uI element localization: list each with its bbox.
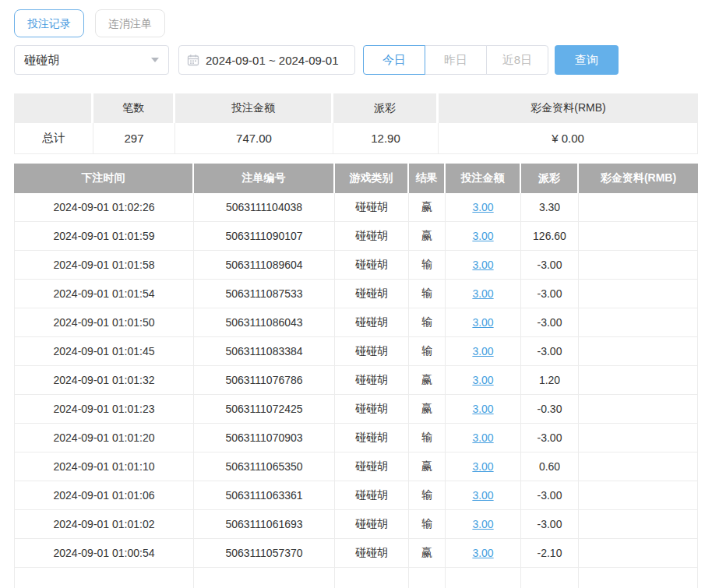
today-button[interactable]: 今日 (363, 45, 425, 75)
bet-amount-link[interactable]: 3.00 (472, 374, 493, 386)
bet-amount-link[interactable]: 3.00 (472, 259, 493, 271)
payout-cell: -3.00 (521, 337, 579, 366)
bonus-cell (579, 366, 698, 395)
result-cell (409, 568, 446, 588)
game-type-cell: 碰碰胡 (335, 395, 409, 424)
payout-cell: -0.30 (521, 395, 579, 424)
bonus-cell (579, 568, 698, 588)
summary-header-empty (14, 93, 93, 123)
bonus-cell (579, 452, 698, 481)
tab-cancelled-orders[interactable]: 连消注单 (95, 9, 165, 37)
bet-amount-cell: 3.00 (446, 280, 521, 308)
summary-total-payout: 12.90 (333, 123, 439, 154)
table-row: 2024-09-01 01:02:26 5063111104038 碰碰胡 赢 … (14, 193, 698, 222)
top-tabs: 投注记录 连消注单 (0, 0, 712, 37)
bet-amount-cell: 3.00 (446, 510, 521, 539)
table-row: 2024-09-01 01:01:32 5063111076786 碰碰胡 赢 … (14, 366, 698, 395)
header-payout: 派彩 (521, 164, 579, 193)
table-row: 2024-09-01 01:01:23 5063111072425 碰碰胡 赢 … (14, 395, 698, 424)
header-result: 结果 (409, 164, 446, 193)
bet-amount-cell: 3.00 (446, 452, 521, 481)
order-id-cell: 5063111104038 (194, 193, 335, 222)
table-row: 2024-09-01 01:01:50 5063111086043 碰碰胡 输 … (14, 308, 698, 337)
result-cell: 赢 (409, 539, 446, 568)
records-header-row: 下注时间 注单编号 游戏类别 结果 投注金额 派彩 彩金资料(RMB) (14, 164, 698, 193)
bonus-cell (579, 308, 698, 337)
date-range-input[interactable]: 2024-09-01 ~ 2024-09-01 (178, 45, 355, 75)
game-type-cell: 碰碰胡 (335, 308, 409, 337)
bet-amount-link[interactable]: 3.00 (472, 547, 493, 559)
bet-time-cell: 2024-09-01 01:01:45 (14, 337, 194, 366)
records-table-body: 2024-09-01 01:02:26 5063111104038 碰碰胡 赢 … (14, 193, 698, 588)
bet-time-cell: 2024-09-01 01:02:26 (14, 193, 194, 222)
result-cell: 输 (409, 510, 446, 539)
payout-cell: -3.00 (521, 308, 579, 337)
result-cell: 赢 (409, 452, 446, 481)
order-id-cell: 5063111057370 (194, 539, 335, 568)
bet-amount-cell: 3.00 (446, 308, 521, 337)
payout-cell: 126.60 (521, 222, 579, 251)
bet-time-cell (14, 568, 194, 588)
summary-header-bonus: 彩金资料(RMB) (439, 93, 698, 123)
order-id-cell: 5063111089604 (194, 251, 335, 280)
game-type-cell: 碰碰胡 (335, 366, 409, 395)
bet-amount-link[interactable]: 3.00 (472, 230, 493, 242)
summary-header-bet-amount: 投注金额 (175, 93, 333, 123)
yesterday-button[interactable]: 昨日 (425, 45, 487, 75)
bet-amount-link[interactable]: 3.00 (472, 460, 493, 473)
order-id-cell: 5063111076786 (194, 366, 335, 395)
game-type-cell: 碰碰胡 (335, 481, 409, 510)
bet-time-cell: 2024-09-01 01:01:20 (14, 424, 194, 452)
payout-cell (521, 568, 579, 588)
bet-time-cell: 2024-09-01 01:01:54 (14, 280, 194, 308)
last8days-button[interactable]: 近8日 (486, 45, 548, 75)
table-row: 2024-09-01 01:01:10 5063111065350 碰碰胡 赢 … (14, 452, 698, 481)
result-cell: 赢 (409, 366, 446, 395)
bet-amount-cell: 3.00 (446, 481, 521, 510)
bet-amount-link[interactable]: 3.00 (472, 345, 493, 357)
game-type-cell: 碰碰胡 (335, 222, 409, 251)
date-range-value: 2024-09-01 ~ 2024-09-01 (206, 54, 339, 67)
payout-cell: -3.00 (521, 280, 579, 308)
order-id-cell: 5063111083384 (194, 337, 335, 366)
bet-time-cell: 2024-09-01 01:01:02 (14, 510, 194, 539)
game-type-select[interactable]: 碰碰胡 (14, 45, 169, 75)
payout-cell: -3.00 (521, 251, 579, 280)
bet-amount-link[interactable]: 3.00 (472, 431, 493, 444)
bet-amount-cell: 3.00 (446, 193, 521, 222)
game-type-cell: 碰碰胡 (335, 280, 409, 308)
payout-cell: 3.30 (521, 193, 579, 222)
bet-amount-cell: 3.00 (446, 424, 521, 452)
quick-date-button-group: 今日 昨日 近8日 (363, 45, 548, 75)
game-type-cell: 碰碰胡 (335, 539, 409, 568)
bet-amount-link[interactable]: 3.00 (472, 518, 493, 530)
bet-amount-link[interactable]: 3.00 (472, 201, 493, 213)
summary-total-row: 总计 297 747.00 12.90 ¥ 0.00 (14, 123, 698, 154)
bonus-cell (579, 251, 698, 280)
bet-amount-cell: 3.00 (446, 222, 521, 251)
game-type-cell: 碰碰胡 (335, 452, 409, 481)
summary-total-label: 总计 (14, 123, 93, 154)
bet-time-cell: 2024-09-01 01:01:32 (14, 366, 194, 395)
bet-amount-cell: 3.00 (446, 366, 521, 395)
bet-amount-cell: 3.00 (446, 539, 521, 568)
search-button[interactable]: 查询 (555, 45, 619, 75)
bonus-cell (579, 193, 698, 222)
bet-time-cell: 2024-09-01 01:01:50 (14, 308, 194, 337)
table-row: 2024-09-01 01:01:02 5063111061693 碰碰胡 输 … (14, 510, 698, 539)
order-id-cell: 5063111065350 (194, 452, 335, 481)
bet-amount-link[interactable]: 3.00 (472, 403, 493, 415)
payout-cell: -3.00 (521, 510, 579, 539)
bet-amount-link[interactable]: 3.00 (472, 316, 493, 329)
order-id-cell: 5063111090107 (194, 222, 335, 251)
filter-bar: 碰碰胡 2024-09-01 ~ 2024-09-01 今日 昨日 近8日 查询 (14, 45, 712, 75)
table-row: 2024-09-01 01:01:54 5063111087533 碰碰胡 输 … (14, 280, 698, 308)
bet-amount-link[interactable]: 3.00 (472, 489, 493, 502)
table-row: 2024-09-01 01:00:54 5063111057370 碰碰胡 赢 … (14, 539, 698, 568)
bet-amount-cell: 3.00 (446, 337, 521, 366)
tab-bet-records[interactable]: 投注记录 (14, 9, 84, 37)
bet-time-cell: 2024-09-01 01:01:10 (14, 452, 194, 481)
bonus-cell (579, 395, 698, 424)
bet-amount-link[interactable]: 3.00 (472, 287, 493, 300)
table-row: 2024-09-01 01:01:06 5063111063361 碰碰胡 输 … (14, 481, 698, 510)
